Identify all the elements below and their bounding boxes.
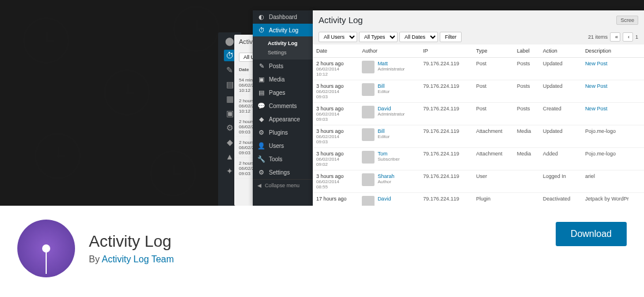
- activity-log-panel: Activity Log Scree All Users All Types A…: [313, 10, 644, 206]
- hero-banner: ⬤⏱✎▤▦▣⚙◆▲✦ Activity Log All Users Date54…: [0, 0, 644, 206]
- activity-table: DateAuthorIPTypeLabelActionDescription 2…: [313, 44, 644, 206]
- collapse-menu[interactable]: ◀Collapse menu: [253, 179, 313, 191]
- col-type[interactable]: Type: [473, 44, 514, 58]
- timestamp-relative: 2 hours ago: [316, 61, 355, 66]
- filter-dates[interactable]: All Dates: [399, 32, 438, 42]
- type-cell: User: [473, 170, 514, 193]
- timestamp-date: 06/02/2014: [316, 179, 355, 184]
- sidebar-item-plugins[interactable]: ⚙Plugins: [253, 126, 313, 139]
- back-sidebar-icon[interactable]: ⚙: [224, 122, 235, 133]
- sidebar-subitem[interactable]: Activity Log: [253, 39, 313, 48]
- avatar: [362, 173, 375, 186]
- sidebar-item-appearance[interactable]: ◆Appearance: [253, 113, 313, 126]
- type-cell: Plugin: [473, 193, 514, 206]
- back-sidebar-icon[interactable]: ⬤: [224, 35, 235, 47]
- type-cell: Post: [473, 80, 514, 103]
- author-role: Editor: [377, 134, 390, 139]
- sidebar-item-media[interactable]: ▣Media: [253, 73, 313, 86]
- back-sidebar-icon[interactable]: ◆: [224, 136, 235, 148]
- screen-options-button[interactable]: Scree: [616, 16, 638, 25]
- back-sidebar-icon[interactable]: ✎: [224, 64, 235, 76]
- sidebar-subitem[interactable]: Settings: [253, 48, 313, 57]
- plugins-icon: ⚙: [257, 129, 265, 136]
- col-description[interactable]: Description: [582, 44, 644, 58]
- timestamp-time: 09:03: [316, 139, 355, 144]
- timestamp-time: 08:55: [316, 184, 355, 190]
- label-cell: Posts: [514, 103, 540, 125]
- description-cell: ariel: [582, 170, 644, 193]
- ip-cell: 79.176.224.119: [420, 170, 473, 193]
- posts-icon: ✎: [257, 62, 265, 70]
- table-row: 3 hours ago06/02/201409:02 TomSubscriber…: [313, 148, 644, 170]
- sidebar-item-users[interactable]: 👤Users: [253, 139, 313, 153]
- avatar: [362, 83, 375, 96]
- author-link[interactable]: Matt: [377, 61, 405, 66]
- activity log-icon: ⏱: [257, 27, 265, 34]
- timestamp-relative: 3 hours ago: [316, 173, 355, 179]
- action-cell: Created: [540, 103, 582, 125]
- col-author[interactable]: Author: [358, 44, 420, 58]
- description-cell[interactable]: New Post: [582, 80, 644, 103]
- action-cell: Deactivated: [540, 193, 582, 206]
- sidebar-item-settings[interactable]: ⚙Settings: [253, 166, 313, 179]
- back-sidebar-icon[interactable]: ⏱: [224, 50, 235, 61]
- timestamp-date: 06/02/2014: [316, 157, 355, 162]
- action-cell: Updated: [540, 80, 582, 103]
- filter-users[interactable]: All Users: [319, 32, 357, 42]
- author-role: Author: [377, 179, 394, 184]
- description-cell[interactable]: New Post: [582, 103, 644, 125]
- table-row: 3 hours ago06/02/201409:03 BillEditor 79…: [313, 80, 644, 103]
- ip-cell: 79.176.224.119: [420, 80, 473, 103]
- description-cell[interactable]: New Post: [582, 58, 644, 80]
- sidebar-item-comments[interactable]: 💬Comments: [253, 99, 313, 113]
- back-sidebar-icon[interactable]: ▣: [224, 107, 235, 119]
- download-button[interactable]: Download: [556, 222, 627, 246]
- sidebar-item-posts[interactable]: ✎Posts: [253, 60, 313, 73]
- author-link[interactable]: Sharah: [377, 173, 394, 179]
- page-prev[interactable]: ‹: [623, 32, 633, 42]
- settings-icon: ⚙: [257, 169, 265, 176]
- sidebar-item-dashboard[interactable]: ◐Dashboard: [253, 10, 313, 24]
- col-label[interactable]: Label: [514, 44, 540, 58]
- ip-cell: 79.176.224.119: [420, 125, 473, 148]
- author-link[interactable]: Tom: [377, 151, 399, 157]
- author-link[interactable]: David: [377, 196, 391, 202]
- timestamp-date: 06/02/2014: [316, 134, 355, 139]
- sidebar-item-tools[interactable]: 🔧Tools: [253, 153, 313, 166]
- comments-icon: 💬: [257, 102, 265, 110]
- page-first[interactable]: «: [610, 32, 620, 42]
- ip-cell: 79.176.224.119: [420, 58, 473, 80]
- pages-icon: ▤: [257, 89, 265, 96]
- table-row: 17 hours ago David 79.176.224.119 Plugin…: [313, 193, 644, 206]
- author-link[interactable]: Bill: [377, 83, 390, 89]
- filter-types[interactable]: All Types: [359, 32, 398, 42]
- col-action[interactable]: Action: [540, 44, 582, 58]
- plugin-author-link[interactable]: Activity Log Team: [102, 254, 174, 264]
- back-sidebar-icon[interactable]: ▦: [224, 93, 235, 105]
- author-link[interactable]: David: [377, 106, 405, 112]
- wp-admin-sidebar: ◐Dashboard⏱Activity LogActivity LogSetti…: [253, 10, 313, 206]
- item-count: 21 items: [588, 34, 608, 40]
- page-current: 1: [635, 34, 638, 40]
- description-cell: Pojo.me-logo: [582, 148, 644, 170]
- type-cell: Post: [473, 58, 514, 80]
- action-cell: Added: [540, 148, 582, 170]
- ip-cell: 79.176.224.119: [420, 103, 473, 125]
- sidebar-item-activity-log[interactable]: ⏱Activity Log: [253, 24, 313, 36]
- author-role: Administrator: [377, 66, 405, 72]
- label-cell: Media: [514, 125, 540, 148]
- avatar: [362, 196, 375, 206]
- timestamp-time: 09:03: [316, 117, 355, 122]
- back-sidebar-icon[interactable]: ▤: [224, 79, 235, 90]
- author-link[interactable]: Bill: [377, 128, 390, 134]
- col-date[interactable]: Date: [313, 44, 358, 58]
- col-ip[interactable]: IP: [420, 44, 473, 58]
- back-sidebar-icon[interactable]: ✦: [224, 165, 235, 177]
- filter-button[interactable]: Filter: [440, 32, 462, 42]
- plugin-info-bar: Activity Log By Activity Log Team Downlo…: [0, 206, 644, 291]
- timestamp-date: 06/02/2014: [316, 89, 355, 94]
- type-cell: Post: [473, 103, 514, 125]
- back-sidebar-icon[interactable]: ▲: [224, 151, 235, 162]
- plugin-title: Activity Log: [89, 232, 542, 251]
- sidebar-item-pages[interactable]: ▤Pages: [253, 86, 313, 99]
